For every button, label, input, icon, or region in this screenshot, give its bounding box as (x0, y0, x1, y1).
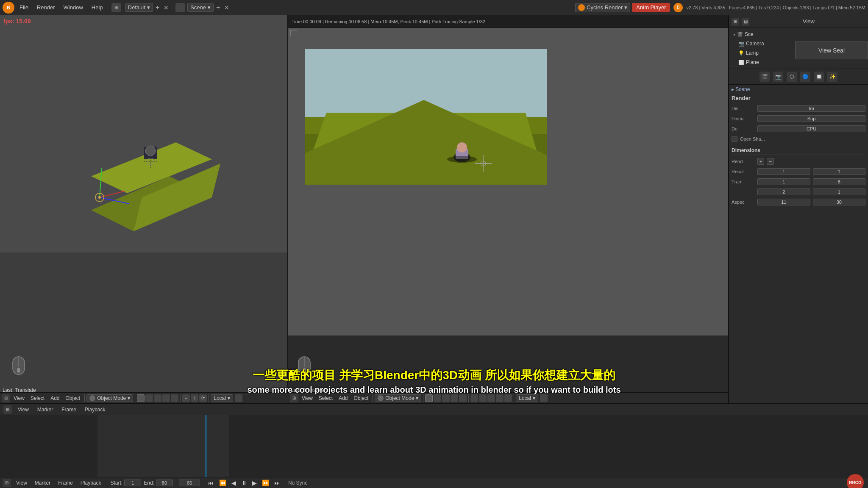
playback-icon[interactable]: ⊞ (3, 479, 11, 487)
current-frame[interactable]: 66 (179, 480, 200, 486)
shade-rbtn3[interactable] (442, 394, 450, 402)
fram-x[interactable]: 1 (757, 178, 810, 185)
prop-icon-texture[interactable]: 🔲 (814, 72, 824, 82)
toolbar-add-right[interactable]: Add (336, 394, 350, 402)
shade-rbtn4[interactable] (451, 394, 458, 402)
open-sha-checkbox[interactable] (732, 136, 737, 142)
grid-rbtn[interactable] (540, 394, 548, 402)
next-frame-btn[interactable]: ⏩ (261, 480, 270, 486)
transform-btn2[interactable]: ↕ (191, 394, 198, 402)
start-value[interactable]: 1 (124, 480, 141, 486)
shade-rbtn5[interactable] (459, 394, 467, 402)
shade-rbtn1[interactable] (425, 394, 433, 402)
shade-rbtn2[interactable] (434, 394, 441, 402)
local-mode-right[interactable]: Local ▾ (516, 394, 538, 402)
toolbar-select-right[interactable]: Select (316, 394, 335, 402)
prop-icon-scene[interactable]: 🎬 (760, 72, 770, 82)
rend-minus[interactable]: − (767, 158, 773, 165)
jump-start-btn[interactable]: ⏮ (207, 480, 215, 486)
divider1 (84, 394, 85, 402)
toolbar-view-right[interactable]: View (299, 394, 315, 402)
prop-icon-object[interactable]: ⬡ (787, 72, 797, 82)
toolbar-object-right[interactable]: Object (351, 394, 371, 402)
prop-icon-material[interactable]: 🔵 (800, 72, 810, 82)
jump-end-btn[interactable]: ⏭ (273, 480, 281, 486)
viewport-right[interactable]: Time:00:00.09 | Remaining:00:06.58 | Mem… (288, 15, 728, 403)
dis-value[interactable]: Im (757, 105, 865, 112)
pb-marker[interactable]: Marker (32, 479, 53, 487)
svg-point-10 (98, 196, 101, 199)
transform-rbtn3[interactable] (487, 394, 495, 402)
transform-rbtn2[interactable] (479, 394, 487, 402)
toolbar-right-icon[interactable]: ⊞ (290, 394, 298, 402)
de-value[interactable]: CPU (757, 125, 865, 132)
prev-frame-btn[interactable]: ⏪ (218, 480, 228, 486)
featu-value[interactable]: Sup (757, 115, 865, 122)
scene-add[interactable]: + (214, 4, 222, 11)
timeline-playback[interactable]: Playback (82, 406, 108, 413)
mouse-icon-left (11, 356, 26, 378)
pb-view[interactable]: View (14, 479, 30, 487)
toolbar-add-left[interactable]: Add (48, 394, 62, 402)
object-mode-icon-right (378, 395, 384, 401)
val3[interactable]: 1 (813, 189, 866, 195)
render-prop-label: Render (729, 93, 868, 102)
transform-rbtn5[interactable] (504, 394, 512, 402)
scene-close[interactable]: ✕ (223, 4, 231, 11)
end-value[interactable]: 80 (156, 480, 173, 486)
val2[interactable]: 2 (757, 189, 810, 195)
render-engine-selector[interactable]: Cycles Render ▾ (575, 3, 630, 12)
prop-icon-render[interactable]: 📷 (773, 72, 783, 82)
mode-selector-right[interactable]: Object Mode ▾ (375, 394, 421, 402)
toolbar-view-left[interactable]: View (11, 394, 27, 402)
local-mode-left[interactable]: Local ▾ (211, 394, 233, 402)
menu-help[interactable]: Help (88, 3, 106, 12)
rrcg-logo: RRCG (847, 474, 864, 488)
fram-row: Fram 1 8 (732, 177, 865, 186)
timeline-icon[interactable]: ⊞ (3, 405, 12, 414)
anim-player-button[interactable]: Anim Player (632, 3, 670, 12)
timeline-view[interactable]: View (15, 406, 31, 413)
transform-rbtn4[interactable] (496, 394, 504, 402)
resol-y[interactable]: 1 (813, 168, 866, 175)
val2-row: 2 1 (732, 187, 865, 197)
stop-btn[interactable]: ⏸ (240, 480, 248, 486)
rend-add[interactable]: + (757, 158, 764, 165)
play-btn[interactable]: ▶ (251, 480, 258, 486)
play-reverse-btn[interactable]: ◀ (230, 480, 237, 486)
menu-file[interactable]: File (16, 3, 32, 12)
mode-selector-left[interactable]: Object Mode ▾ (86, 394, 133, 402)
fram-y[interactable]: 8 (813, 178, 866, 185)
view-seal-button[interactable]: View Seal (795, 42, 868, 59)
timeline-frame[interactable]: Frame (59, 406, 79, 413)
transform-btn3[interactable]: ⟳ (199, 394, 207, 402)
workspace-selector[interactable]: Default ▾ (125, 3, 153, 12)
scene-selector[interactable]: Scene ▾ (187, 3, 214, 12)
shade-btn1[interactable] (137, 394, 145, 402)
svg-point-25 (457, 142, 467, 152)
shade-btn4[interactable] (162, 394, 170, 402)
toolbar-select-left[interactable]: Select (28, 394, 47, 402)
workspace-add[interactable]: + (154, 4, 161, 11)
grid-btn[interactable] (235, 394, 242, 402)
aspec-y[interactable]: 30 (813, 199, 866, 205)
pb-frame[interactable]: Frame (56, 479, 75, 487)
menu-render[interactable]: Render (33, 3, 58, 12)
toolbar-object-left[interactable]: Object (63, 394, 83, 402)
shade-btn5[interactable] (171, 394, 178, 402)
menu-window[interactable]: Window (60, 3, 86, 12)
svg-point-16 (17, 368, 20, 373)
shade-btn3[interactable] (154, 394, 161, 402)
blender-logo-icon[interactable]: B (3, 2, 14, 14)
transform-btn1[interactable]: ↔ (182, 394, 190, 402)
resol-x[interactable]: 1 (757, 168, 810, 175)
viewport-left[interactable]: fps: 15.09 (0, 15, 288, 403)
aspec-x[interactable]: 11 (757, 199, 810, 205)
shade-btn2[interactable] (145, 394, 153, 402)
transform-rbtn1[interactable] (470, 394, 478, 402)
toolbar-left-icon[interactable]: ⊞ (2, 394, 10, 402)
prop-icon-particles[interactable]: ✨ (827, 72, 837, 82)
timeline-marker[interactable]: Marker (35, 406, 56, 413)
pb-playback[interactable]: Playback (78, 479, 104, 487)
workspace-close[interactable]: ✕ (162, 4, 170, 11)
